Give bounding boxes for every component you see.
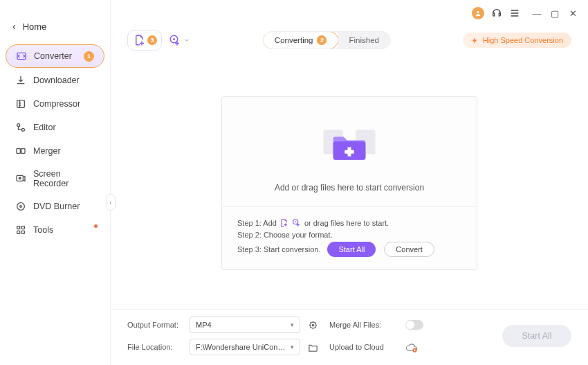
avatar-icon[interactable]	[472, 7, 484, 19]
home-label[interactable]: Home	[23, 21, 47, 32]
add-dvd-dropdown[interactable]	[183, 33, 191, 48]
step3-text: Step 3: Start conversion.	[237, 245, 320, 253]
tab-converting[interactable]: Converting 2	[263, 31, 339, 49]
svg-point-20	[295, 221, 296, 222]
drop-text: Add or drag files here to start conversi…	[275, 183, 424, 193]
svg-rect-11	[21, 226, 24, 229]
sidebar-item-label: Screen Recorder	[33, 169, 95, 188]
drop-panel[interactable]: Add or drag files here to start conversi…	[221, 96, 477, 270]
sidebar-item-label: Compressor	[33, 99, 80, 109]
svg-point-3	[21, 128, 24, 131]
support-icon[interactable]	[491, 8, 502, 19]
sidebar: ‹ Home Converter 1 Downloader Compressor…	[0, 0, 111, 365]
editor-icon	[15, 122, 26, 133]
sidebar-item-downloader[interactable]: Downloader	[6, 69, 104, 91]
svg-point-14	[477, 11, 479, 13]
svg-point-21	[310, 322, 316, 328]
tab-finished[interactable]: Finished	[338, 31, 389, 49]
screen-recorder-icon	[15, 173, 26, 184]
menu-icon[interactable]	[509, 8, 520, 19]
tools-icon	[15, 224, 26, 235]
content-area: Add or drag files here to start conversi…	[111, 57, 588, 309]
step1-post: or drag files here to start.	[304, 219, 389, 227]
merger-icon	[15, 145, 26, 157]
toolbar: 3 Converting 2 Finished High Speed Conve…	[127, 26, 571, 54]
svg-point-16	[173, 38, 175, 40]
minimize-button[interactable]: —	[531, 8, 542, 19]
open-folder-icon[interactable]	[307, 341, 318, 353]
file-location-select[interactable]: F:\Wondershare UniConverter 1 ▾	[190, 339, 300, 355]
add-file-mini-icon[interactable]	[279, 218, 289, 228]
add-dvd-mini-icon[interactable]	[292, 218, 302, 228]
close-button[interactable]: ✕	[567, 8, 578, 19]
step1-pre: Step 1: Add	[237, 219, 277, 227]
folder-art-icon	[315, 118, 384, 173]
tab-count: 2	[317, 35, 327, 45]
output-format-label: Output Format:	[127, 321, 183, 329]
tab-label: Converting	[275, 36, 313, 44]
sidebar-item-editor[interactable]: Editor	[6, 116, 104, 139]
dvd-burner-icon	[15, 201, 26, 212]
steps-panel: Step 1: Add or drag files here to start.…	[222, 206, 477, 269]
svg-point-9	[20, 206, 22, 208]
window-controls: — ▢ ✕	[531, 8, 578, 19]
svg-rect-13	[21, 231, 24, 233]
home-row: ‹ Home	[0, 21, 110, 43]
add-files-group: 3	[127, 30, 162, 51]
high-speed-label: High Speed Conversion	[483, 36, 563, 44]
sidebar-item-label: Merger	[33, 146, 61, 156]
svg-point-22	[312, 324, 314, 326]
output-settings-icon[interactable]	[307, 319, 318, 330]
upload-cloud-icon[interactable]	[405, 341, 416, 353]
start-all-button[interactable]: Start All	[502, 325, 571, 347]
footer: Output Format: MP4 ▾ Merge All Files: St…	[111, 309, 588, 365]
chevron-down-icon: ▾	[291, 321, 294, 328]
sidebar-item-compressor[interactable]: Compressor	[6, 93, 104, 115]
output-format-value: MP4	[196, 321, 212, 329]
file-location-label: File Location:	[127, 343, 183, 351]
sidebar-item-label: DVD Burner	[33, 202, 80, 211]
titlebar: — ▢ ✕	[111, 0, 588, 26]
add-file-badge: 3	[147, 35, 157, 45]
sidebar-item-screen-recorder[interactable]: Screen Recorder	[6, 163, 104, 194]
main: — ▢ ✕ 3 Converting 2 Finished	[111, 0, 588, 365]
sidebar-item-merger[interactable]: Merger	[6, 140, 104, 162]
svg-rect-12	[17, 231, 20, 233]
step-3: Step 3: Start conversion. Start All Conv…	[237, 242, 461, 257]
file-location-value: F:\Wondershare UniConverter 1	[196, 343, 286, 351]
lightning-icon	[471, 37, 479, 44]
sidebar-item-converter[interactable]: Converter 1	[6, 44, 104, 68]
collapse-sidebar-button[interactable]: ‹	[106, 194, 116, 211]
sidebar-item-label: Downloader	[33, 75, 80, 85]
start-all-sample-button[interactable]: Start All	[327, 242, 376, 257]
notification-dot	[94, 224, 98, 228]
sidebar-item-dvd-burner[interactable]: DVD Burner	[6, 195, 104, 217]
sidebar-badge: 1	[84, 51, 94, 62]
step2-text: Step 2: Choose your format.	[237, 231, 333, 239]
sidebar-item-tools[interactable]: Tools	[6, 219, 104, 241]
tab-segment: Converting 2 Finished	[263, 31, 391, 49]
output-format-select[interactable]: MP4 ▾	[190, 317, 300, 333]
svg-rect-5	[21, 149, 25, 154]
step-2: Step 2: Choose your format.	[237, 231, 461, 239]
svg-point-8	[17, 203, 25, 211]
svg-point-2	[17, 124, 20, 127]
add-file-button[interactable]	[132, 33, 147, 48]
merge-all-label: Merge All Files:	[329, 321, 398, 329]
sidebar-item-label: Tools	[33, 225, 53, 235]
upload-cloud-label: Upload to Cloud	[329, 343, 398, 351]
merge-all-toggle[interactable]	[405, 320, 423, 330]
downloader-icon	[15, 75, 26, 86]
drop-zone[interactable]: Add or drag files here to start conversi…	[222, 97, 477, 206]
convert-sample-button[interactable]: Convert	[384, 242, 434, 257]
high-speed-button[interactable]: High Speed Conversion	[463, 33, 571, 48]
back-icon[interactable]: ‹	[12, 21, 16, 32]
maximize-button[interactable]: ▢	[549, 8, 560, 19]
chevron-down-icon: ▾	[291, 344, 294, 350]
compressor-icon	[15, 98, 26, 109]
add-dvd-button[interactable]	[167, 33, 183, 48]
sidebar-item-label: Editor	[33, 123, 56, 132]
svg-point-7	[19, 177, 21, 179]
svg-rect-10	[17, 226, 20, 229]
sidebar-item-label: Converter	[34, 51, 72, 61]
